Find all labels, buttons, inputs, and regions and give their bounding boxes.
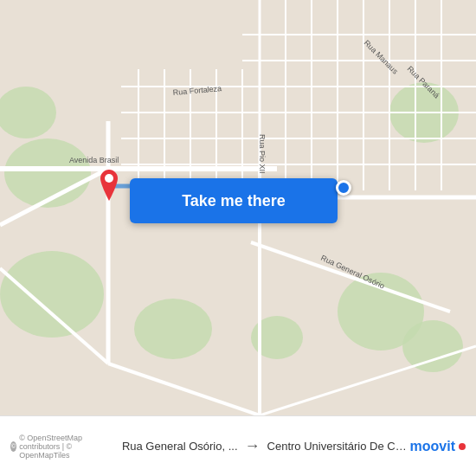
route-from: Rua General Osório, ... — [122, 440, 238, 453]
map-container: Rua Fortaleza Avenida Brasil Rua Pio XII… — [0, 0, 476, 415]
route-to: Centro Universitário De Ca... — [267, 440, 410, 453]
svg-point-2 — [0, 251, 104, 338]
route-info: Rua General Osório, ... → Centro Univers… — [122, 437, 410, 455]
destination-marker — [97, 170, 121, 201]
svg-point-6 — [134, 299, 212, 359]
attribution: © © OpenStreetMap contributors | © OpenM… — [10, 434, 122, 460]
moovit-logo-dot — [459, 443, 466, 450]
route-arrow: → — [245, 437, 261, 455]
rua-pio-xii-label: Rua Pio XII — [258, 134, 267, 174]
footer: © © OpenStreetMap contributors | © OpenM… — [0, 415, 476, 476]
moovit-logo: moovit — [410, 439, 466, 454]
svg-point-41 — [105, 174, 113, 183]
avenida-brasil-label: Avenida Brasil — [69, 156, 119, 164]
moovit-logo-text: moovit — [410, 439, 455, 454]
copyright-icon: © — [10, 441, 16, 452]
take-me-there-button[interactable]: Take me there — [130, 178, 338, 223]
attribution-text: © OpenStreetMap contributors | © OpenMap… — [19, 434, 122, 460]
start-marker — [336, 180, 351, 196]
svg-point-1 — [4, 138, 91, 208]
svg-point-8 — [402, 320, 463, 372]
